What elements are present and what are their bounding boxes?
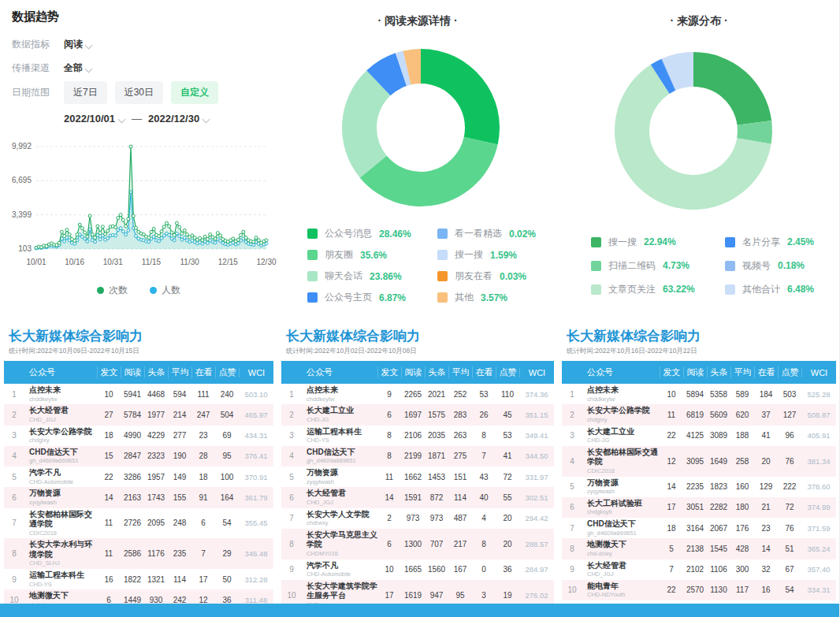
table-header: 公众号发文阅读头条平均在看点赞WCI — [281, 361, 554, 384]
metric-cell: 27 — [97, 411, 121, 419]
table-row[interactable]: 6长大经管君CHD_JGJ1415918721144055302.51 — [281, 487, 554, 507]
legend-item-朋友在看[interactable]: 朋友在看0.03% — [437, 266, 559, 287]
wci-cell: 378.60 — [801, 482, 836, 491]
range-7d-button[interactable]: 近7日 — [64, 81, 107, 104]
table-row[interactable]: 8地测微天下chd-dcwy5213815454281451365.24 — [562, 538, 836, 559]
metric-cell: 1823 — [707, 482, 730, 491]
range-custom-button[interactable]: 自定义 — [171, 81, 218, 104]
metric-cell: 3095 — [683, 457, 707, 466]
metric-cell: 20 — [754, 457, 778, 466]
table-row[interactable]: 2长安大学公路学院chdglxy116819560962037127508.87 — [562, 404, 836, 425]
table-row[interactable]: 7长安大学人文学院chdrwxy2973973487420294.42 — [281, 508, 554, 529]
legend-swatch-icon — [307, 271, 318, 281]
legend-item-扫描二维码[interactable]: 扫描二维码4.73% — [591, 254, 725, 277]
table-row[interactable]: 2长大建工立业CHD-JG6169715752832645351.15 — [281, 404, 554, 425]
table-row[interactable]: 8长安大学水利与环境学院CHD_SLHJ1125861176235729346.… — [4, 538, 273, 569]
metric-cell: 28 — [191, 452, 215, 460]
legend-item-其他[interactable]: 其他3.57% — [437, 287, 559, 308]
account-cell: 长安都柏林国际交通学院CDIC2018 — [24, 510, 97, 537]
table-row[interactable]: 8长安大学马克思主义学院CHDMY01661300707217820288.57 — [281, 529, 554, 559]
table-row[interactable]: 5万物资源zyqytwash1422351823160129222378.60 — [562, 477, 836, 497]
metric-cell: 20 — [496, 540, 519, 548]
legend-item-聊天会话[interactable]: 聊天会话23.86% — [307, 266, 437, 287]
wci-cell: 374.99 — [801, 503, 836, 511]
wci-cell: 525.28 — [801, 390, 836, 399]
svg-text:10/31: 10/31 — [103, 258, 123, 266]
metric-cell: 14 — [377, 493, 401, 502]
table-row[interactable]: 1点控未来chddkeytw1058945358589184503525.28 — [562, 384, 836, 404]
table-row[interactable]: 5汽学不凡CHD-Automobile223286195714918100370… — [4, 466, 273, 487]
table-row[interactable]: 9汽学不凡CHD-Automobile1016651560167036284.9… — [281, 559, 554, 580]
metric-cell: 222 — [778, 482, 801, 491]
metric-select[interactable]: 阅读 — [64, 38, 92, 51]
table-row[interactable]: 7长安都柏林国际交通学院CDIC20181127262095248654355.… — [4, 508, 273, 539]
metric-cell: 5784 — [121, 411, 144, 419]
legend-swatch-icon — [437, 271, 448, 281]
table-row[interactable]: 2长大经管君CHD_JGJ2757841977214247504465.97 — [4, 404, 273, 425]
table-row[interactable]: 10能电青年CHD-NDYouth22257011301171654334.31 — [562, 580, 836, 600]
legend-swatch-icon — [437, 292, 448, 303]
channel-select[interactable]: 全部 — [64, 61, 92, 75]
legend-item-次数[interactable]: 次数 — [97, 284, 128, 297]
metric-cell: 180 — [730, 503, 754, 511]
table-row[interactable]: 1点控未来chddkeytw92265202125253110374.36 — [281, 384, 554, 404]
metric-cell: 1560 — [425, 565, 448, 574]
table-row[interactable]: 3运输工程本科生CHD-YS821062035263853349.41 — [281, 426, 554, 446]
legend-item-搜一搜[interactable]: 搜一搜22.94% — [591, 230, 725, 254]
legend-percent: 28.46% — [379, 229, 411, 240]
start-date-select[interactable]: 2022/10/01 — [64, 113, 125, 125]
legend-item-文章页关注[interactable]: 文章页关注63.22% — [591, 277, 725, 301]
account-cell: 点控未来chddkeytw — [24, 385, 97, 403]
range-30d-button[interactable]: 近30日 — [115, 81, 163, 104]
legend-item-搜一搜[interactable]: 搜一搜1.59% — [437, 244, 559, 266]
table-row[interactable]: 5万物资源zyqytwash11166214531514372331.97 — [281, 466, 554, 487]
legend-item-名片分享[interactable]: 名片分享2.45% — [725, 230, 840, 254]
metric-cell: 4990 — [121, 431, 144, 440]
table-row[interactable]: 9运输工程本科生CHD-YS16182213211141750312.28 — [4, 569, 273, 589]
metric-cell: 160 — [730, 482, 754, 491]
channel-select-value: 全部 — [64, 61, 83, 75]
wci-cell: 294.42 — [519, 514, 554, 522]
trend-line-chart[interactable]: 1033,3996,6959,99210/0110/1610/3111/1511… — [0, 140, 277, 271]
source-distribution-donut-chart[interactable] — [607, 44, 780, 217]
column-header-头条: 头条 — [707, 366, 730, 378]
metric-cell: 217 — [448, 540, 472, 548]
table-row[interactable]: 4CHD信达天下gh_d4609a66965182199187127574134… — [281, 446, 554, 466]
metric-cell: 2570 — [683, 585, 707, 594]
metric-cell: 69 — [215, 431, 239, 440]
legend-item-其他合计[interactable]: 其他合计6.48% — [725, 277, 840, 301]
table-row[interactable]: 4CHD信达天下gh_d4609a66965115284723231902895… — [4, 446, 273, 466]
account-cell: 长安大学人文学院chdrwxy — [302, 510, 377, 527]
chevron-down-icon — [203, 116, 210, 122]
wci-cell: 357.40 — [801, 565, 836, 574]
legend-percent: 1.59% — [490, 250, 517, 261]
metric-cell: 258 — [730, 457, 754, 466]
metric-cell: 620 — [730, 411, 754, 419]
legend-swatch-icon — [307, 229, 318, 239]
legend-item-人数[interactable]: 人数 — [150, 284, 180, 297]
table-row[interactable]: 3长安大学公路学院chdglxy18499042292772369434.31 — [4, 426, 273, 446]
metric-cell: 151 — [448, 473, 472, 481]
legend-item-公众号消息[interactable]: 公众号消息28.46% — [307, 223, 437, 244]
column-header-阅读: 阅读 — [401, 366, 425, 378]
legend-label: 其他合计 — [742, 283, 780, 296]
table-row[interactable]: 6长大工科试验班chdgksyb17305122821802172374.99 — [562, 497, 836, 518]
legend-label: 次数 — [109, 284, 128, 297]
table-row[interactable]: 6万物资源zyqytwash142163174315591164361.79 — [4, 487, 273, 507]
metric-cell: 8 — [472, 431, 496, 440]
table-row[interactable]: 7CHD信达天下gh_d4609a66965118316420671762376… — [562, 518, 836, 538]
legend-item-朋友圈[interactable]: 朋友圈35.6% — [307, 244, 437, 266]
legend-item-公众号主页[interactable]: 公众号主页6.87% — [307, 287, 437, 308]
rank-cell: 7 — [4, 519, 24, 527]
account-cell: CHD信达天下gh_d4609a669651 — [582, 519, 660, 537]
table-row[interactable]: 9长大经管君CHD_JGJ7210211063003267357.40 — [562, 559, 836, 580]
read-source-donut-chart[interactable] — [334, 41, 507, 214]
wci-cell: 503.10 — [239, 390, 273, 399]
table-row[interactable]: 1点控未来chddkeytw1059414468594111240503.10 — [4, 384, 273, 404]
table-row[interactable]: 4长安都柏林国际交通学院CDIC201812309516492582076381… — [562, 446, 836, 477]
table-row[interactable]: 3长大建工立业CHD-JG22412530891884196405.91 — [562, 426, 836, 446]
legend-item-视频号[interactable]: 视频号0.18% — [725, 254, 840, 277]
account-handle: zyqytwash — [29, 499, 97, 507]
end-date-select[interactable]: 2022/12/30 — [148, 113, 210, 125]
legend-item-看一看精选[interactable]: 看一看精选0.02% — [437, 223, 559, 244]
